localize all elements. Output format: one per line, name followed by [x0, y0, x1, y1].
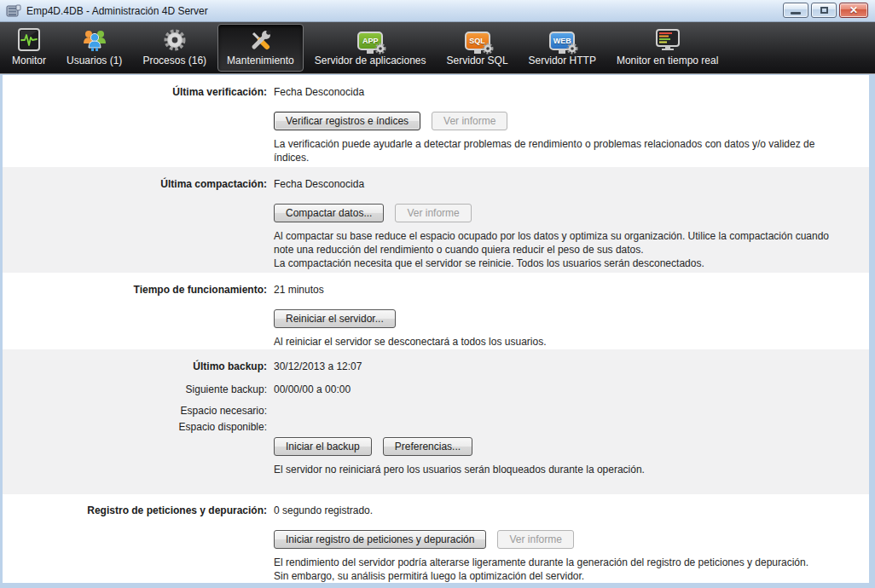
- space-needed-label: Espacio necesario:: [3, 405, 267, 417]
- close-button[interactable]: ✕: [839, 3, 868, 18]
- sql-server-icon: SQL: [465, 28, 490, 53]
- start-request-log-button[interactable]: Iniciar registro de peticiones y depurac…: [274, 530, 486, 549]
- web-server-icon: WEB: [549, 28, 575, 53]
- section-compaction: Última compactación: Fecha Desconocida C…: [3, 167, 869, 273]
- section-request-log: Registro de peticiones y depuración: 0 s…: [3, 494, 869, 583]
- maximize-button[interactable]: [811, 3, 837, 18]
- tab-mantenimiento[interactable]: Mantenimiento: [217, 24, 304, 72]
- tab-label: Monitor en tiempo real: [617, 55, 718, 66]
- close-icon: ✕: [849, 5, 858, 15]
- space-available-label: Espacio disponible:: [3, 421, 267, 433]
- tab-label: Mantenimiento: [227, 55, 294, 66]
- window-controls: ✕: [780, 3, 868, 18]
- titlebar: Emp4D.4DB - Administración 4D Server ✕: [0, 0, 875, 22]
- restart-server-button[interactable]: Reiniciar el servidor...: [274, 309, 396, 328]
- app-server-icon: APP: [357, 28, 383, 53]
- screen-stand: [474, 50, 481, 54]
- verification-description: La verificación puede ayudarle a detecta…: [274, 138, 869, 165]
- request-log-description: El rendimiento del servidor podría alter…: [274, 556, 869, 583]
- tab-label: Monitor: [12, 55, 46, 66]
- small-gear-icon: [374, 42, 387, 55]
- uptime-value: 21 minutos: [274, 284, 324, 296]
- view-report-button: Ver informe: [497, 530, 573, 549]
- request-log-value: 0 segundo registrado.: [274, 504, 373, 516]
- app-icon: [6, 4, 21, 18]
- next-backup-label: Siguiente backup:: [3, 383, 267, 395]
- tab-label: Servidor de aplicaciones: [315, 55, 426, 66]
- last-backup-label: Último backup:: [3, 360, 267, 372]
- small-gear-icon: [565, 42, 579, 55]
- tab-servidor-http[interactable]: WEB Servidor HTTP: [519, 24, 606, 72]
- last-backup-value: 30/12/2013 a 12:07: [274, 360, 362, 372]
- verify-records-button[interactable]: Verificar registros e índices: [274, 112, 420, 130]
- uptime-description: Al reiniciar el servidor se desconectará…: [274, 336, 869, 349]
- tab-servidor-sql[interactable]: SQL Servidor SQL: [438, 24, 518, 72]
- tab-procesos[interactable]: Procesos (16): [133, 24, 216, 72]
- small-gear-icon: [481, 42, 495, 55]
- users-icon: [81, 27, 108, 53]
- tab-usuarios[interactable]: Usuarios (1): [57, 24, 131, 72]
- uptime-label: Tiempo de funcionamiento:: [3, 284, 267, 296]
- screen-stand: [367, 50, 374, 54]
- section-uptime: Tiempo de funcionamiento: 21 minutos Rei…: [3, 273, 869, 349]
- compact-data-button[interactable]: Compactar datos...: [274, 204, 384, 222]
- window-title: Emp4D.4DB - Administración 4D Server: [26, 5, 208, 17]
- app-window: Emp4D.4DB - Administración 4D Server ✕ M…: [0, 0, 875, 588]
- next-backup-value: 00/00/00 a 00:00: [274, 383, 351, 395]
- tab-monitor-tiempo-real[interactable]: Monitor en tiempo real: [607, 24, 727, 72]
- content-area: Última verificación: Fecha Desconocida V…: [0, 75, 875, 588]
- compaction-value: Fecha Desconocida: [274, 178, 364, 190]
- realtime-monitor-icon: [655, 27, 681, 53]
- compaction-description: Al compactar su base reduce el espacio o…: [274, 230, 869, 270]
- section-verification: Última verificación: Fecha Desconocida V…: [3, 75, 869, 167]
- verification-value: Fecha Desconocida: [274, 86, 364, 98]
- tab-label: Servidor HTTP: [529, 55, 596, 66]
- tab-label: Usuarios (1): [67, 55, 122, 66]
- minimize-icon: [791, 12, 801, 14]
- section-backup: Último backup: 30/12/2013 a 12:07 Siguie…: [3, 349, 869, 494]
- tools-icon: [247, 27, 273, 53]
- backup-description: El servidor no reiniciará pero los usuar…: [274, 464, 869, 477]
- gear-icon: [162, 27, 188, 53]
- start-backup-button[interactable]: Iniciar el backup: [274, 437, 372, 456]
- maximize-icon: [820, 7, 828, 14]
- view-report-button: Ver informe: [432, 112, 507, 130]
- view-report-button: Ver informe: [395, 204, 471, 222]
- screen-stand: [559, 50, 565, 54]
- tab-label: Procesos (16): [142, 55, 206, 66]
- minimize-button[interactable]: [783, 3, 808, 18]
- compaction-label: Última compactación:: [3, 178, 267, 190]
- tab-servidor-aplicaciones[interactable]: APP Servidor de aplicaciones: [305, 24, 436, 72]
- request-log-label: Registro de peticiones y depuración:: [3, 504, 267, 516]
- preferences-button[interactable]: Preferencias...: [383, 437, 472, 456]
- tab-monitor[interactable]: Monitor: [3, 24, 55, 72]
- toolbar: Monitor Usuarios (1): [0, 22, 875, 74]
- activity-monitor-icon: [16, 27, 42, 53]
- tab-label: Servidor SQL: [447, 55, 508, 66]
- verification-label: Última verificación:: [3, 86, 267, 98]
